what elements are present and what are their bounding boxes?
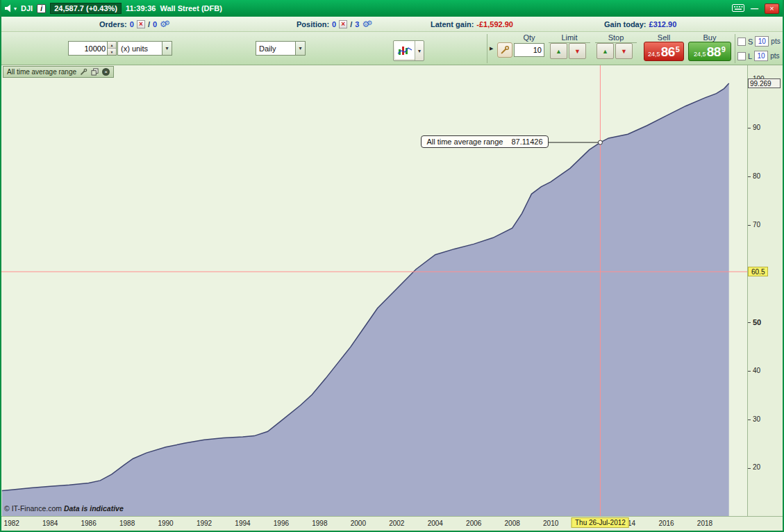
toolbar-separator	[735, 34, 735, 63]
indicator-detach-window-icon[interactable]	[91, 68, 99, 76]
trade-panel-expander-icon[interactable]: ▶	[490, 46, 493, 51]
minimize-button[interactable]: —	[751, 4, 758, 13]
y-axis-tick-mark	[748, 371, 751, 372]
position-open-count: 0	[332, 20, 336, 28]
copyright-text: © IT-Finance.com	[4, 504, 62, 513]
y-axis-tick-label: 80	[753, 172, 760, 180]
keyboard-icon[interactable]	[732, 2, 744, 15]
quantity-stepper[interactable]: ▲ ▼	[68, 41, 117, 56]
trade-settings-button[interactable]	[497, 42, 512, 58]
y-axis-tick-label: 70	[753, 221, 760, 228]
gear-icon: ⚙	[165, 19, 170, 26]
y-axis-tick-label: 50	[753, 318, 761, 326]
y-axis[interactable]: 1009080706050403020	[747, 65, 783, 516]
attached-limit-row: L 10 pts	[737, 51, 779, 61]
limit-checkbox-label: L	[748, 52, 752, 60]
stop-distance-input[interactable]: 10	[755, 36, 769, 47]
y-axis-tick-mark	[748, 176, 751, 177]
crosshair-date-label: Thu 26-Jul-2012	[572, 517, 629, 528]
limit-distance-input[interactable]: 10	[754, 51, 768, 61]
position-settings-icon[interactable]: ⚙⚙	[362, 20, 372, 28]
chevron-down-icon[interactable]: ▾	[162, 42, 172, 55]
title-bar: ▾ DJI i 24,587.7 (+0.43%) 11:39:36 Wall …	[1, 0, 783, 17]
gear-icon: ⚙	[367, 19, 372, 26]
price-chart[interactable]	[1, 65, 747, 516]
attached-stop-row: S 10 pts	[737, 36, 781, 47]
tooltip-value: 87.11426	[511, 138, 542, 146]
stop-sell-button[interactable]: ▼	[615, 43, 633, 59]
stop-label: Stop	[595, 33, 637, 43]
chevron-down-icon[interactable]: ▾	[295, 42, 305, 55]
clock: 11:39:36	[126, 4, 156, 13]
indicator-settings-wrench-icon[interactable]	[80, 68, 87, 76]
chart-type-button[interactable]: ▾	[393, 40, 424, 61]
indicator-close-icon[interactable]: ×	[102, 68, 110, 76]
chart-type-icon	[395, 42, 415, 59]
orders-separator: /	[148, 20, 150, 28]
stop-buy-button[interactable]: ▲	[597, 43, 614, 59]
volume-icon[interactable]	[5, 4, 12, 13]
position-separator: /	[350, 20, 352, 28]
limit-label: Limit	[549, 33, 590, 43]
x-axis-tick-label: 1988	[117, 519, 137, 527]
x-axis-tick-label: 1984	[40, 519, 60, 527]
sell-button[interactable]: 24,5 86 5	[644, 42, 684, 61]
status-bar: Orders: 0 × / 0 ⚙⚙ Position: 0 × / 3 ⚙⚙ …	[1, 17, 783, 32]
chart-area[interactable]: All time average range × All time averag…	[1, 65, 783, 531]
sell-price-main: 86	[661, 45, 675, 58]
buy-label: Buy	[688, 33, 731, 42]
qty-input[interactable]	[514, 43, 544, 57]
toolbar: ▲ ▼ (x) units ▾ Daily ▾ ▾ ▶	[1, 32, 783, 65]
x-axis-tick-label: 1986	[78, 519, 99, 527]
y-axis-tick-mark	[748, 128, 751, 128]
x-glyph: ×	[341, 21, 345, 28]
close-position-icon[interactable]: ×	[339, 20, 347, 28]
last-price-label: 99.269	[748, 78, 781, 88]
crosshair-data-marker	[598, 140, 602, 144]
stop-checkbox-label: S	[748, 38, 753, 46]
orders-pending-count: 0	[153, 20, 157, 28]
instrument-symbol[interactable]: DJI	[21, 4, 33, 13]
limit-sell-button[interactable]: ▼	[569, 43, 586, 59]
buy-price-decimal: 9	[722, 45, 726, 53]
qty-label: Qty	[514, 33, 544, 42]
instrument-dropdown-arrow-icon[interactable]: ▾	[14, 6, 17, 12]
y-axis-tick-label: 40	[753, 367, 760, 374]
indicator-tab[interactable]: All time average range ×	[3, 66, 114, 78]
latent-gain-label: Latent gain:	[431, 20, 474, 28]
buy-price-prefix: 24,5	[694, 51, 706, 58]
x-axis-tick-label: 2016	[656, 519, 677, 527]
timeframe-dropdown[interactable]: Daily ▾	[256, 41, 306, 56]
info-button[interactable]: i	[37, 4, 46, 13]
cancel-orders-icon[interactable]: ×	[137, 20, 145, 28]
quantity-up-button[interactable]: ▲	[108, 42, 116, 49]
buy-button[interactable]: 24,5 88 9	[688, 42, 731, 61]
x-axis-tick-label: 1994	[232, 519, 253, 527]
price-badge: 24,587.7 (+0.43%)	[50, 3, 122, 14]
stop-unit-label: pts	[771, 38, 780, 45]
x-axis-tick-label: 2010	[540, 519, 561, 527]
orders-open-count: 0	[130, 20, 134, 28]
wrench-icon	[500, 45, 510, 55]
limit-checkbox[interactable]	[737, 52, 746, 60]
x-axis-tick-label: 2004	[425, 519, 446, 527]
position-summary: Position: 0 × / 3 ⚙⚙	[297, 17, 372, 31]
stop-checkbox[interactable]	[737, 38, 746, 46]
units-dropdown[interactable]: (x) units ▾	[117, 41, 172, 56]
orders-settings-icon[interactable]: ⚙⚙	[160, 20, 170, 28]
x-axis-tick-label: 2002	[386, 519, 407, 527]
x-axis-tick-label: 2008	[502, 519, 523, 527]
crosshair-tooltip: All time average range87.11426	[421, 135, 548, 148]
x-axis[interactable]: 1982198419861988199019921994199619982000…	[1, 516, 783, 531]
y-axis-tick-mark	[748, 225, 751, 226]
quantity-input[interactable]	[69, 42, 107, 55]
units-dropdown-value: (x) units	[118, 44, 162, 53]
quantity-down-button[interactable]: ▼	[108, 49, 116, 55]
chevron-down-icon[interactable]: ▾	[415, 41, 424, 60]
x-axis-tick-label: 2006	[463, 519, 484, 527]
toolbar-separator	[487, 34, 487, 63]
limit-buy-button[interactable]: ▲	[550, 43, 567, 59]
sell-price-prefix: 24,5	[648, 51, 660, 58]
x-axis-tick-label: 1982	[1, 519, 22, 527]
close-button[interactable]: ×	[765, 3, 779, 14]
